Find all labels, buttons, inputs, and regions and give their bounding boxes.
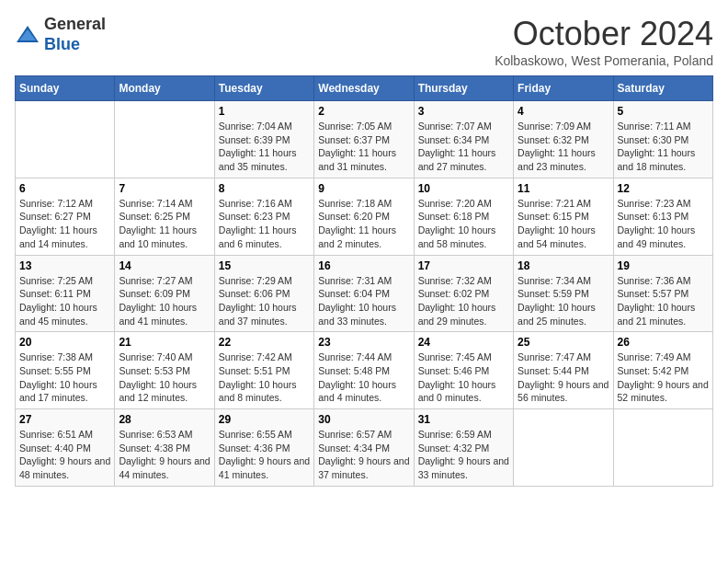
day-detail: Sunrise: 7:34 AM Sunset: 5:59 PM Dayligh…	[518, 274, 609, 328]
logo: General Blue	[15, 15, 106, 54]
day-number: 21	[119, 336, 210, 349]
day-detail: Sunrise: 7:27 AM Sunset: 6:09 PM Dayligh…	[119, 274, 210, 328]
calendar-cell: 30Sunrise: 6:57 AM Sunset: 4:34 PM Dayli…	[314, 409, 414, 487]
calendar-cell: 14Sunrise: 7:27 AM Sunset: 6:09 PM Dayli…	[115, 255, 214, 332]
day-detail: Sunrise: 7:14 AM Sunset: 6:25 PM Dayligh…	[119, 197, 210, 251]
page-header: General Blue October 2024 Kolbaskowo, We…	[15, 15, 713, 68]
day-detail: Sunrise: 7:47 AM Sunset: 5:44 PM Dayligh…	[518, 350, 609, 405]
day-number: 15	[219, 259, 310, 272]
day-detail: Sunrise: 6:51 AM Sunset: 4:40 PM Dayligh…	[19, 428, 110, 482]
day-number: 6	[19, 182, 110, 195]
day-number: 17	[418, 259, 509, 272]
day-detail: Sunrise: 7:20 AM Sunset: 6:18 PM Dayligh…	[418, 197, 509, 251]
day-number: 24	[418, 336, 509, 349]
calendar-cell: 24Sunrise: 7:45 AM Sunset: 5:46 PM Dayli…	[414, 332, 513, 409]
day-number: 28	[119, 413, 210, 426]
calendar-cell	[16, 101, 115, 178]
day-number: 30	[318, 413, 409, 426]
calendar-cell: 3Sunrise: 7:07 AM Sunset: 6:34 PM Daylig…	[414, 101, 513, 178]
day-number: 29	[219, 413, 310, 426]
day-number: 22	[219, 336, 310, 349]
day-number: 20	[19, 336, 110, 349]
day-detail: Sunrise: 7:18 AM Sunset: 6:20 PM Dayligh…	[318, 197, 409, 251]
calendar-cell: 7Sunrise: 7:14 AM Sunset: 6:25 PM Daylig…	[115, 178, 214, 255]
day-number: 19	[618, 259, 709, 272]
day-detail: Sunrise: 7:38 AM Sunset: 5:55 PM Dayligh…	[19, 350, 110, 405]
calendar-cell: 16Sunrise: 7:31 AM Sunset: 6:04 PM Dayli…	[314, 255, 414, 332]
calendar-cell: 22Sunrise: 7:42 AM Sunset: 5:51 PM Dayli…	[214, 332, 313, 409]
day-detail: Sunrise: 7:25 AM Sunset: 6:11 PM Dayligh…	[19, 274, 110, 328]
day-number: 5	[618, 105, 709, 118]
day-detail: Sunrise: 7:16 AM Sunset: 6:23 PM Dayligh…	[219, 197, 310, 251]
day-detail: Sunrise: 7:09 AM Sunset: 6:32 PM Dayligh…	[518, 120, 609, 174]
calendar-week-row: 13Sunrise: 7:25 AM Sunset: 6:11 PM Dayli…	[16, 255, 713, 332]
day-detail: Sunrise: 7:49 AM Sunset: 5:42 PM Dayligh…	[618, 350, 709, 405]
calendar-cell: 6Sunrise: 7:12 AM Sunset: 6:27 PM Daylig…	[16, 178, 115, 255]
location-subtitle: Kolbaskowo, West Pomerania, Poland	[495, 53, 713, 68]
calendar-cell: 27Sunrise: 6:51 AM Sunset: 4:40 PM Dayli…	[16, 409, 115, 487]
day-number: 2	[318, 105, 409, 118]
weekday-header: Saturday	[613, 76, 712, 101]
calendar-cell: 26Sunrise: 7:49 AM Sunset: 5:42 PM Dayli…	[613, 332, 712, 409]
day-detail: Sunrise: 7:05 AM Sunset: 6:37 PM Dayligh…	[318, 120, 409, 174]
weekday-header: Tuesday	[214, 76, 313, 101]
calendar-cell	[514, 409, 613, 487]
calendar-week-row: 27Sunrise: 6:51 AM Sunset: 4:40 PM Dayli…	[16, 409, 713, 487]
day-number: 9	[318, 182, 409, 195]
calendar-cell: 29Sunrise: 6:55 AM Sunset: 4:36 PM Dayli…	[214, 409, 313, 487]
calendar-cell: 28Sunrise: 6:53 AM Sunset: 4:38 PM Dayli…	[115, 409, 214, 487]
day-number: 27	[19, 413, 110, 426]
calendar-cell: 15Sunrise: 7:29 AM Sunset: 6:06 PM Dayli…	[214, 255, 313, 332]
day-number: 25	[518, 336, 609, 349]
day-detail: Sunrise: 7:44 AM Sunset: 5:48 PM Dayligh…	[318, 350, 409, 405]
calendar-cell: 9Sunrise: 7:18 AM Sunset: 6:20 PM Daylig…	[314, 178, 414, 255]
calendar-cell: 2Sunrise: 7:05 AM Sunset: 6:37 PM Daylig…	[314, 101, 414, 178]
day-detail: Sunrise: 7:23 AM Sunset: 6:13 PM Dayligh…	[618, 197, 709, 251]
calendar-week-row: 6Sunrise: 7:12 AM Sunset: 6:27 PM Daylig…	[16, 178, 713, 255]
day-detail: Sunrise: 7:31 AM Sunset: 6:04 PM Dayligh…	[318, 274, 409, 328]
calendar-week-row: 20Sunrise: 7:38 AM Sunset: 5:55 PM Dayli…	[16, 332, 713, 409]
calendar-cell: 12Sunrise: 7:23 AM Sunset: 6:13 PM Dayli…	[613, 178, 712, 255]
calendar-cell: 21Sunrise: 7:40 AM Sunset: 5:53 PM Dayli…	[115, 332, 214, 409]
calendar-cell: 8Sunrise: 7:16 AM Sunset: 6:23 PM Daylig…	[214, 178, 313, 255]
day-detail: Sunrise: 7:32 AM Sunset: 6:02 PM Dayligh…	[418, 274, 509, 328]
calendar-cell: 25Sunrise: 7:47 AM Sunset: 5:44 PM Dayli…	[514, 332, 613, 409]
logo-icon	[15, 22, 40, 48]
day-number: 1	[219, 105, 310, 118]
day-number: 31	[418, 413, 509, 426]
day-number: 23	[318, 336, 409, 349]
day-number: 7	[119, 182, 210, 195]
day-detail: Sunrise: 7:07 AM Sunset: 6:34 PM Dayligh…	[418, 120, 509, 174]
day-detail: Sunrise: 7:36 AM Sunset: 5:57 PM Dayligh…	[618, 274, 709, 328]
day-number: 13	[19, 259, 110, 272]
day-detail: Sunrise: 6:53 AM Sunset: 4:38 PM Dayligh…	[119, 428, 210, 482]
day-number: 11	[518, 182, 609, 195]
day-number: 3	[418, 105, 509, 118]
weekday-header: Wednesday	[314, 76, 414, 101]
day-number: 10	[418, 182, 509, 195]
day-number: 4	[518, 105, 609, 118]
calendar-cell: 5Sunrise: 7:11 AM Sunset: 6:30 PM Daylig…	[613, 101, 712, 178]
day-number: 8	[219, 182, 310, 195]
day-number: 12	[618, 182, 709, 195]
day-detail: Sunrise: 6:59 AM Sunset: 4:32 PM Dayligh…	[418, 428, 509, 482]
day-detail: Sunrise: 6:55 AM Sunset: 4:36 PM Dayligh…	[219, 428, 310, 482]
calendar-cell: 19Sunrise: 7:36 AM Sunset: 5:57 PM Dayli…	[613, 255, 712, 332]
day-detail: Sunrise: 7:40 AM Sunset: 5:53 PM Dayligh…	[119, 350, 210, 405]
day-detail: Sunrise: 7:29 AM Sunset: 6:06 PM Dayligh…	[219, 274, 310, 328]
weekday-header: Friday	[514, 76, 613, 101]
calendar-header-row: SundayMondayTuesdayWednesdayThursdayFrid…	[16, 76, 713, 101]
day-number: 26	[618, 336, 709, 349]
day-number: 16	[318, 259, 409, 272]
weekday-header: Monday	[115, 76, 214, 101]
calendar-cell: 20Sunrise: 7:38 AM Sunset: 5:55 PM Dayli…	[16, 332, 115, 409]
logo-text: General Blue	[44, 15, 106, 54]
calendar-cell: 31Sunrise: 6:59 AM Sunset: 4:32 PM Dayli…	[414, 409, 513, 487]
calendar-cell: 23Sunrise: 7:44 AM Sunset: 5:48 PM Dayli…	[314, 332, 414, 409]
calendar-cell: 17Sunrise: 7:32 AM Sunset: 6:02 PM Dayli…	[414, 255, 513, 332]
calendar-body: 1Sunrise: 7:04 AM Sunset: 6:39 PM Daylig…	[16, 101, 713, 487]
weekday-header: Sunday	[16, 76, 115, 101]
weekday-header: Thursday	[414, 76, 513, 101]
calendar-cell: 1Sunrise: 7:04 AM Sunset: 6:39 PM Daylig…	[214, 101, 313, 178]
calendar-cell: 18Sunrise: 7:34 AM Sunset: 5:59 PM Dayli…	[514, 255, 613, 332]
